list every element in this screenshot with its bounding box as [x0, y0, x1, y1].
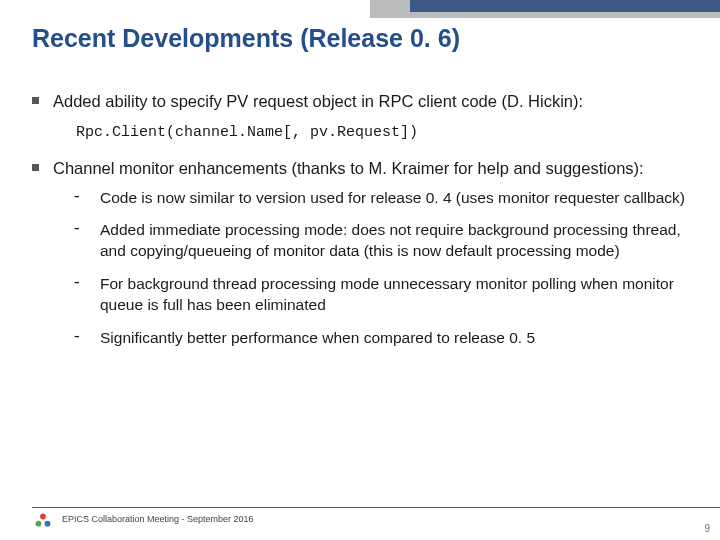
dash-icon: -: [72, 328, 90, 347]
footer-text: EPICS Collaboration Meeting - September …: [62, 514, 254, 524]
svg-point-1: [36, 521, 42, 527]
dash-icon: -: [72, 188, 90, 207]
bullet-1: Added ability to specify PV request obje…: [32, 90, 688, 141]
sub-list: - Code is now similar to version used fo…: [72, 188, 688, 350]
sub-item: - Code is now similar to version used fo…: [72, 188, 688, 209]
svg-point-0: [40, 514, 46, 520]
bullet-1-text: Added ability to specify PV request obje…: [53, 90, 583, 112]
logo-icon: [34, 512, 52, 530]
dash-icon: -: [72, 220, 90, 239]
sub-item: - For background thread processing mode …: [72, 274, 688, 316]
sub-item: - Significantly better performance when …: [72, 328, 688, 349]
sub-item-text: Added immediate processing mode: does no…: [100, 220, 688, 262]
page-number: 9: [704, 523, 710, 534]
sub-item-text: For background thread processing mode un…: [100, 274, 688, 316]
dash-icon: -: [72, 274, 90, 293]
square-bullet-icon: [32, 97, 39, 104]
page-title: Recent Developments (Release 0. 6): [32, 24, 460, 53]
header-blue-bar: [410, 0, 720, 12]
sub-item: - Added immediate processing mode: does …: [72, 220, 688, 262]
square-bullet-icon: [32, 164, 39, 171]
content-area: Added ability to specify PV request obje…: [32, 90, 688, 361]
svg-point-2: [45, 521, 51, 527]
sub-item-text: Code is now similar to version used for …: [100, 188, 685, 209]
footer-divider: [32, 507, 720, 509]
bullet-2: Channel monitor enhancements (thanks to …: [32, 157, 688, 349]
sub-item-text: Significantly better performance when co…: [100, 328, 535, 349]
code-snippet: Rpc.Client(channel.Name[, pv.Request]): [76, 124, 688, 141]
bullet-2-text: Channel monitor enhancements (thanks to …: [53, 157, 644, 179]
